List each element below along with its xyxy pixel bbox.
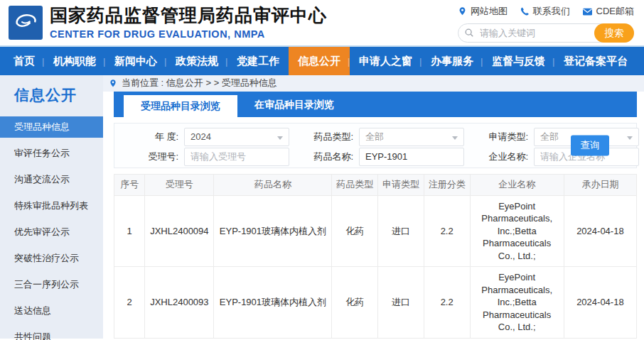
table-header-row: 序号 受理号 药品名称 药品类型 申请类型 注册分类 企业名称 承办日期 [114, 174, 637, 195]
chevron-down-icon [277, 136, 283, 140]
cell-reg-class: 2.2 [424, 267, 470, 339]
contact-us-link[interactable]: 联系我们 [520, 5, 570, 18]
drug-name-label: 药品名称: [309, 150, 353, 163]
cell-reg-class: 2.2 [424, 195, 470, 267]
breadcrumb-pin-icon [109, 79, 117, 88]
nav-item-services[interactable]: 办事服务 [422, 47, 483, 75]
breadcrumb: 当前位置 : 信息公开 > > 受理品种信息 [103, 75, 644, 92]
cell-drug-name: EYP-1901玻璃体内植入剂 [214, 267, 332, 339]
col-header-acceptance-no: 受理号 [145, 174, 214, 195]
cell-drug-type: 化药 [332, 195, 378, 267]
col-header-company: 企业名称 [470, 174, 564, 195]
tabbar: 受理品种目录浏览 在审品种目录浏览 [114, 92, 637, 117]
col-header-reg-class: 注册分类 [424, 174, 470, 195]
content-panel: 受理品种目录浏览 在审品种目录浏览 年 度: 2024 药品类型: [103, 92, 644, 339]
cell-company: EyePoint Pharmaceuticals, Inc.;Betta Pha… [470, 267, 564, 339]
drug-name-input[interactable] [365, 151, 458, 162]
location-pin-icon [458, 6, 467, 16]
cell-apply-type: 进口 [378, 267, 424, 339]
site-title-en: CENTER FOR DRUG EVALUATION, NMPA [50, 28, 327, 40]
acceptance-no-input[interactable] [190, 151, 283, 162]
cell-acceptance-no: JXHL2400094 [145, 195, 214, 267]
table-row: 2 JXHL2400093 EYP-1901玻璃体内植入剂 化药 进口 2.2 … [114, 267, 637, 339]
cell-company: EyePoint Pharmaceuticals, Inc.;Betta Pha… [470, 195, 564, 267]
col-header-date: 承办日期 [564, 174, 636, 195]
tab-accepted-catalog[interactable]: 受理品种目录浏览 [124, 95, 237, 117]
cell-drug-name: EYP-1901玻璃体内植入剂 [214, 195, 332, 267]
cell-drug-type: 化药 [332, 267, 378, 339]
sidebar-item-accepted-varieties[interactable]: 受理品种信息 [0, 116, 103, 138]
col-header-drug-name: 药品名称 [214, 174, 332, 195]
breadcrumb-text: 当前位置 : 信息公开 > > 受理品种信息 [122, 77, 277, 89]
nav-item-applicant-window[interactable]: 申请人之窗 [350, 47, 422, 75]
nav-item-news[interactable]: 新闻中心 [105, 47, 166, 75]
sidebar: 信息公开 受理品种信息 审评任务公示 沟通交流公示 特殊审批品种列表 优先审评公… [0, 75, 103, 339]
drug-type-label: 药品类型: [309, 131, 353, 143]
cde-mail-label: CDE邮箱 [596, 5, 634, 18]
sitemap-link[interactable]: 网站地图 [458, 5, 508, 18]
sidebar-item-review-tasks[interactable]: 审评任务公示 [0, 143, 103, 164]
cell-no: 1 [114, 195, 145, 267]
sidebar-item-three-in-one[interactable]: 三合一序列公示 [0, 274, 103, 295]
sidebar-item-communication[interactable]: 沟通交流公示 [0, 169, 103, 190]
nav-item-registration-platform[interactable]: 登记备案平台 [554, 47, 637, 75]
apply-type-label: 申请类型: [484, 131, 528, 143]
col-header-drug-type: 药品类型 [332, 174, 378, 195]
filter-panel: 年 度: 2024 药品类型: 全部 申请类 [114, 123, 637, 168]
chevron-down-icon [452, 136, 458, 140]
col-header-apply-type: 申请类型 [378, 174, 424, 195]
site-title-cn: 国家药品监督管理局药品审评中心 [50, 6, 327, 26]
results-table: 序号 受理号 药品名称 药品类型 申请类型 注册分类 企业名称 承办日期 1 J… [114, 174, 637, 339]
query-button[interactable]: 查询 [571, 135, 609, 155]
sitemap-label: 网站地图 [471, 5, 508, 18]
acceptance-no-label: 受理号: [134, 150, 178, 163]
company-name-label: 企业名称: [484, 150, 528, 163]
header-searchbar: 搜索 [458, 23, 634, 43]
sidebar-title: 信息公开 [0, 85, 103, 105]
search-icon [464, 28, 474, 38]
tab-under-review-catalog[interactable]: 在审品种目录浏览 [237, 92, 351, 117]
site-header: 国家药品监督管理局药品审评中心 CENTER FOR DRUG EVALUATI… [0, 0, 644, 47]
cell-date: 2024-04-18 [564, 267, 636, 339]
cde-mail-link[interactable]: CDE邮箱 [582, 5, 634, 18]
nav-item-policy[interactable]: 政策法规 [166, 47, 227, 75]
year-select[interactable]: 2024 [184, 128, 289, 146]
main-nav: 首页 机构职能 新闻中心 政策法规 党建工作 信息公开 申请人之窗 办事服务 监… [0, 47, 644, 75]
drug-type-select-value: 全部 [365, 131, 384, 143]
cell-date: 2024-04-18 [564, 195, 636, 267]
year-select-value: 2024 [190, 131, 211, 142]
table-row: 1 JXHL2400094 EYP-1901玻璃体内植入剂 化药 进口 2.2 … [114, 195, 637, 267]
cell-no: 2 [114, 267, 145, 339]
chevron-down-icon [627, 136, 633, 140]
swan-logo-icon [11, 9, 40, 37]
sidebar-item-priority-review[interactable]: 优先审评公示 [0, 221, 103, 243]
search-button[interactable]: 搜索 [594, 23, 634, 43]
cell-apply-type: 进口 [378, 195, 424, 267]
apply-type-select-value: 全部 [540, 131, 559, 143]
cde-logo [9, 6, 43, 40]
nav-item-supervision[interactable]: 监督与反馈 [483, 47, 554, 75]
year-label: 年 度: [134, 131, 178, 143]
cell-acceptance-no: JXHL2400093 [145, 267, 214, 339]
sidebar-item-breakthrough-therapy[interactable]: 突破性治疗公示 [0, 248, 103, 269]
col-header-no: 序号 [114, 174, 145, 195]
sidebar-item-common-issues[interactable]: 共性问题 [0, 327, 103, 340]
contact-us-label: 联系我们 [533, 5, 570, 18]
nav-item-info-disclosure[interactable]: 信息公开 [289, 47, 350, 75]
sidebar-item-delivery-info[interactable]: 送达信息 [0, 300, 103, 322]
nav-item-party[interactable]: 党建工作 [227, 47, 289, 75]
nav-item-functions[interactable]: 机构职能 [44, 47, 105, 75]
phone-icon [520, 6, 530, 16]
header-quick-links: 网站地图 联系我们 CDE邮箱 [458, 5, 634, 18]
envelope-icon [582, 7, 593, 16]
drug-type-select[interactable]: 全部 [359, 128, 464, 146]
nav-item-home[interactable]: 首页 [4, 47, 44, 75]
sidebar-item-special-approval[interactable]: 特殊审批品种列表 [0, 195, 103, 216]
